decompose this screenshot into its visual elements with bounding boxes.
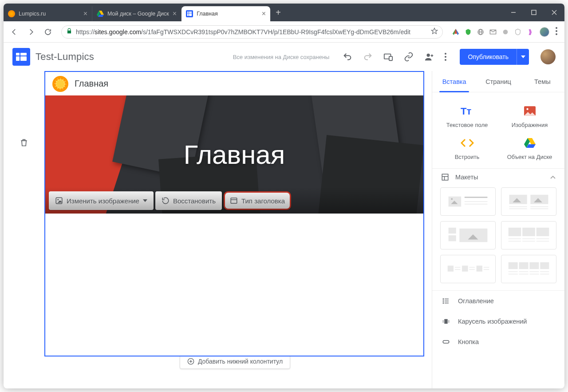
insert-button[interactable]: Кнопка — [432, 332, 564, 352]
layout-2[interactable] — [501, 187, 556, 216]
profile-avatar-small[interactable] — [540, 27, 549, 37]
close-window-button[interactable] — [544, 4, 564, 21]
insert-text-box[interactable]: Тт Текстовое поле — [436, 100, 498, 132]
redo-icon[interactable] — [363, 52, 373, 62]
svg-rect-56 — [530, 195, 548, 204]
main-area: Главная Главная Изменить изображение — [4, 71, 564, 388]
svg-rect-78 — [462, 266, 468, 272]
tab-sites-active[interactable]: Главная × — [181, 6, 270, 21]
ext-icon-6[interactable] — [514, 28, 522, 36]
layouts-header[interactable]: Макеты — [432, 168, 564, 186]
svg-point-102 — [443, 299, 444, 300]
layout-6[interactable] — [501, 255, 556, 283]
chevron-down-icon — [143, 199, 147, 202]
svg-point-18 — [503, 29, 508, 34]
back-button[interactable] — [7, 25, 21, 39]
svg-rect-68 — [536, 228, 549, 236]
reload-button[interactable] — [41, 25, 55, 39]
url-text: https://sites.google.com/s/1faFgTWSXDCvR… — [76, 28, 427, 36]
layout-4[interactable] — [501, 221, 556, 249]
header-type-button[interactable]: Тип заголовка — [224, 191, 291, 210]
sites-toolbar: Test-Lumpics Все изменения на Диске сохр… — [4, 43, 564, 71]
ext-icon-2[interactable] — [464, 28, 472, 36]
svg-rect-23 — [389, 56, 392, 60]
insert-grid: Тт Текстовое поле Изображения Встроить О… — [432, 92, 564, 168]
browser-menu-button[interactable] — [552, 27, 561, 37]
link-icon[interactable] — [404, 52, 414, 62]
sites-logo-icon[interactable] — [12, 48, 30, 66]
new-tab-button[interactable]: + — [270, 8, 286, 18]
ext-icon-3[interactable] — [477, 28, 485, 36]
layout-3[interactable] — [440, 221, 496, 249]
ext-icon-5[interactable] — [501, 28, 509, 36]
publish-button[interactable]: Опубликовать — [460, 49, 517, 65]
maximize-button[interactable] — [524, 4, 544, 21]
svg-marker-11 — [431, 28, 437, 34]
tab-drive[interactable]: Мой диск – Google Диск × — [92, 6, 181, 21]
svg-point-104 — [443, 303, 444, 304]
insert-toc[interactable]: Оглавление — [432, 291, 564, 311]
svg-point-19 — [556, 27, 557, 29]
layout-1[interactable] — [440, 187, 496, 216]
page-canvas[interactable]: Главная Главная Изменить изображение — [44, 71, 424, 356]
image-icon — [523, 104, 537, 118]
site-title[interactable]: Test-Lumpics — [36, 51, 94, 63]
drive-icon — [97, 10, 104, 17]
delete-section-button[interactable] — [20, 138, 28, 388]
account-avatar[interactable] — [540, 49, 556, 64]
svg-rect-108 — [443, 341, 449, 343]
page-header-title[interactable]: Главная — [75, 79, 108, 89]
restore-button[interactable]: Восстановить — [155, 191, 222, 210]
address-bar[interactable]: https://sites.google.com/s/1faFgTWSXDCvR… — [61, 25, 443, 39]
ext-icon-1[interactable] — [452, 28, 460, 36]
canvas-body[interactable] — [45, 214, 423, 356]
add-person-icon[interactable] — [424, 52, 434, 62]
insert-drive[interactable]: Объект на Диске — [498, 132, 561, 164]
forward-button[interactable] — [24, 25, 38, 39]
undo-icon[interactable] — [343, 52, 352, 62]
insert-embed[interactable]: Встроить — [436, 132, 498, 164]
layout-5[interactable] — [440, 255, 496, 283]
tab-pages[interactable]: Страниц — [476, 71, 520, 92]
svg-rect-45 — [442, 174, 448, 180]
collapse-icon — [550, 174, 556, 181]
svg-point-24 — [427, 54, 430, 57]
close-icon[interactable]: × — [262, 10, 266, 18]
plus-circle-icon — [187, 358, 194, 365]
close-icon[interactable]: × — [173, 10, 177, 18]
restore-icon — [162, 197, 170, 205]
lock-icon — [66, 28, 72, 36]
page-header-bar[interactable]: Главная — [45, 72, 423, 95]
publish-dropdown[interactable] — [517, 49, 529, 65]
insert-images[interactable]: Изображения — [498, 100, 561, 132]
svg-rect-5 — [187, 13, 189, 16]
tab-insert[interactable]: Вставка — [432, 71, 476, 92]
svg-point-29 — [445, 59, 446, 61]
svg-rect-87 — [540, 262, 549, 269]
svg-point-27 — [445, 53, 446, 55]
close-icon[interactable]: × — [83, 10, 87, 18]
minimize-button[interactable] — [503, 4, 524, 21]
editor-column: Главная Главная Изменить изображение — [4, 71, 432, 388]
header-type-icon — [230, 197, 238, 205]
ext-icon-4[interactable] — [489, 28, 497, 36]
hero-section[interactable]: Главная Изменить изображение Восстановит… — [45, 95, 423, 214]
hero-title[interactable]: Главная — [45, 95, 423, 214]
bookmark-icon[interactable] — [431, 28, 438, 36]
more-icon[interactable] — [445, 53, 446, 61]
svg-rect-81 — [477, 266, 482, 272]
ext-icon-7[interactable]: ⟫ — [526, 28, 534, 36]
tab-lumpics[interactable]: Lumpics.ru × — [4, 6, 92, 21]
toolbar-icons — [343, 52, 446, 62]
tab-title: Главная — [197, 11, 258, 17]
preview-icon[interactable] — [383, 52, 393, 62]
panel-tabs: Вставка Страниц Темы — [432, 71, 564, 92]
svg-rect-8 — [532, 10, 536, 15]
tab-themes[interactable]: Темы — [521, 71, 564, 92]
publish-group: Опубликовать — [460, 49, 529, 65]
svg-point-20 — [556, 30, 557, 32]
svg-rect-66 — [509, 228, 521, 236]
insert-carousel[interactable]: Карусель изображений — [432, 311, 564, 332]
change-image-button[interactable]: Изменить изображение — [49, 191, 154, 210]
hero-toolbar: Изменить изображение Восстановить Тип за… — [49, 191, 291, 210]
